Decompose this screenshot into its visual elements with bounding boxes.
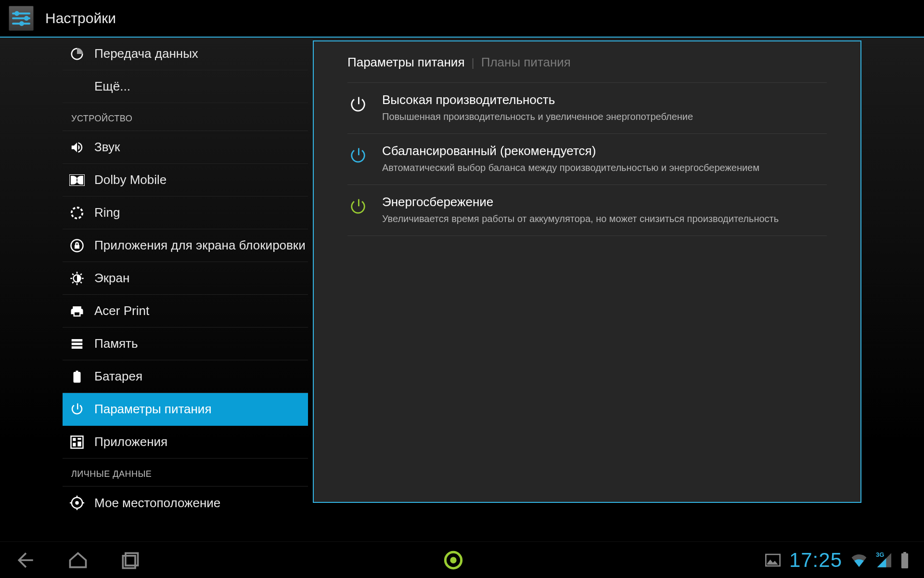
tab-separator: | — [471, 56, 474, 69]
sidebar-item-print[interactable]: Acer Print — [63, 295, 308, 328]
svg-rect-19 — [77, 441, 81, 446]
sidebar-item-lock-apps[interactable]: Приложения для экрана блокировки — [63, 229, 308, 262]
tab-power-params[interactable]: Параметры питания — [347, 55, 464, 70]
dolby-icon — [68, 171, 86, 189]
lock-apps-icon — [68, 237, 86, 254]
sidebar-item-label: Ещё... — [94, 79, 130, 94]
sidebar-item-dolby[interactable]: Dolby Mobile — [63, 164, 308, 197]
option-power-saving[interactable]: Энергосбережение Увеличивается время раб… — [347, 185, 827, 236]
battery-icon — [68, 368, 86, 385]
svg-line-10 — [72, 282, 74, 283]
sidebar-item-label: Приложения — [94, 434, 167, 449]
location-icon — [68, 494, 86, 512]
wifi-icon — [851, 553, 867, 567]
svg-rect-16 — [73, 438, 76, 441]
battery-status-icon — [900, 552, 910, 568]
svg-point-1 — [72, 207, 83, 218]
recent-apps-button[interactable] — [118, 549, 141, 572]
power-settings-panel: Параметры питания | Планы питания Высока… — [313, 40, 861, 503]
tabs: Параметры питания | Планы питания — [347, 55, 827, 83]
option-desc: Повышенная производительность и увеличен… — [382, 110, 827, 123]
ring-icon — [68, 204, 86, 222]
sidebar-item-battery[interactable]: Батарея — [63, 360, 308, 393]
power-icon — [68, 401, 86, 418]
svg-point-21 — [75, 501, 79, 505]
svg-rect-18 — [73, 443, 76, 447]
page-title: Настройки — [45, 10, 116, 26]
settings-sidebar: Передача данных Ещё... УСТРОЙСТВО Звук — [0, 38, 308, 541]
titlebar: Настройки — [0, 0, 924, 38]
center-indicator-icon[interactable] — [444, 551, 463, 570]
sidebar-item-sound[interactable]: Звук — [63, 131, 308, 164]
option-title: Энергосбережение — [382, 195, 827, 210]
svg-rect-17 — [77, 438, 81, 440]
power-mode-icon — [347, 145, 369, 167]
system-navbar: 17:25 3G — [0, 541, 924, 578]
home-button[interactable] — [66, 549, 90, 572]
sidebar-item-label: Dolby Mobile — [94, 172, 167, 187]
sidebar-item-power[interactable]: Параметры питания — [63, 393, 308, 426]
svg-line-9 — [80, 282, 82, 283]
status-tray[interactable]: 17:25 3G — [765, 549, 910, 572]
svg-line-8 — [72, 274, 74, 275]
svg-rect-14 — [72, 346, 83, 349]
svg-rect-13 — [72, 342, 83, 345]
apps-icon — [68, 434, 86, 451]
option-title: Сбалансированный (рекомендуется) — [382, 144, 827, 158]
sidebar-item-location[interactable]: Мое местоположение — [63, 486, 308, 519]
print-icon — [68, 302, 86, 320]
sidebar-item-more[interactable]: Ещё... — [63, 70, 308, 103]
cell-signal-icon: 3G — [876, 553, 891, 567]
svg-line-11 — [80, 274, 82, 275]
sidebar-item-label: Ring — [94, 205, 120, 220]
display-icon — [68, 270, 86, 287]
sidebar-item-label: Экран — [94, 271, 129, 286]
option-high-performance[interactable]: Высокая производительность Повышенная пр… — [347, 83, 827, 134]
picture-icon — [765, 553, 781, 567]
option-desc: Автоматический выбор баланса между произ… — [382, 161, 827, 174]
section-header-device: УСТРОЙСТВО — [63, 103, 308, 131]
power-mode-icon — [347, 94, 369, 116]
sidebar-item-label: Передача данных — [94, 46, 198, 61]
data-usage-icon — [68, 45, 86, 63]
clock: 17:25 — [789, 549, 842, 572]
signal-label: 3G — [876, 551, 884, 558]
option-desc: Увеличивается время работы от аккумулято… — [382, 212, 827, 225]
blank-icon — [68, 78, 86, 95]
sidebar-item-apps[interactable]: Приложения — [63, 426, 308, 459]
sidebar-item-label: Приложения для экрана блокировки — [94, 238, 306, 253]
sidebar-item-label: Параметры питания — [94, 402, 211, 417]
sidebar-item-ring[interactable]: Ring — [63, 197, 308, 229]
sidebar-item-label: Acer Print — [94, 303, 149, 318]
sidebar-item-display[interactable]: Экран — [63, 262, 308, 295]
sidebar-item-label: Мое местоположение — [94, 496, 220, 511]
section-header-personal: ЛИЧНЫЕ ДАННЫЕ — [63, 459, 308, 486]
storage-icon — [68, 335, 86, 353]
sidebar-item-data-usage[interactable]: Передача данных — [63, 38, 308, 70]
power-mode-icon — [347, 197, 369, 218]
svg-rect-12 — [72, 339, 83, 342]
sidebar-item-storage[interactable]: Память — [63, 328, 308, 360]
sidebar-item-label: Звук — [94, 140, 120, 155]
sidebar-item-label: Память — [94, 336, 138, 351]
sidebar-item-label: Батарея — [94, 369, 142, 384]
option-title: Высокая производительность — [382, 92, 827, 107]
option-balanced[interactable]: Сбалансированный (рекомендуется) Автомат… — [347, 134, 827, 185]
svg-point-29 — [450, 557, 456, 563]
tab-power-plans[interactable]: Планы питания — [481, 55, 571, 70]
back-button[interactable] — [14, 549, 38, 572]
settings-app-icon — [9, 6, 34, 31]
sound-icon — [68, 139, 86, 156]
